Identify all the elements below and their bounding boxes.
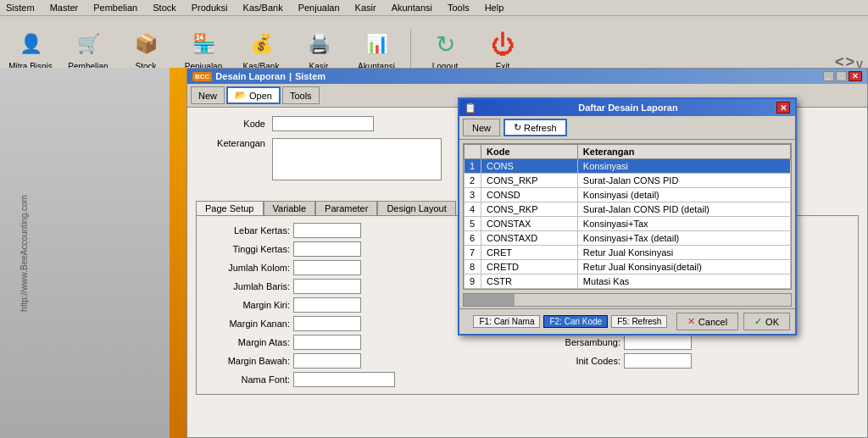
row-kode: CONSTAX (481, 217, 578, 231)
row-kode: CONS_RKP (481, 202, 578, 217)
row-keterangan: Konsinyasi (577, 159, 790, 174)
f1-key[interactable]: F1: Cari Nama (473, 315, 540, 328)
refresh-icon: ↻ (514, 122, 521, 133)
row-keterangan: Retur Jual Konsinyasi(detail) (577, 260, 790, 274)
dialog-new-button[interactable]: New (463, 119, 500, 136)
data-table: Kode Keterangan 1 CONS Konsinyasi 2 CONS… (464, 144, 791, 289)
row-num: 3 (465, 188, 481, 202)
footer-buttons: ✕ Cancel ✓ OK (676, 313, 790, 330)
table-row[interactable]: 7 CRET Retur Jual Konsinyasi (465, 246, 791, 260)
table-row[interactable]: 4 CONS_RKP Surat-Jalan CONS PID (detail) (465, 202, 791, 217)
dialog-toolbar: New ↻ Refresh (459, 116, 795, 140)
row-kode: CSTR (481, 274, 578, 289)
col-kode: Kode (481, 145, 578, 159)
row-num: 7 (465, 246, 481, 260)
dialog-status: F1: Cari Nama F2: Cari Kode F5: Refresh (465, 315, 676, 328)
table-row[interactable]: 9 CSTR Mutasi Kas (465, 274, 791, 289)
f2-key[interactable]: F2: Cari Kode (543, 315, 608, 328)
table-row[interactable]: 1 CONS Konsinyasi (465, 159, 791, 174)
dialog-close-button[interactable]: ✕ (776, 102, 790, 114)
cancel-button[interactable]: ✕ Cancel (676, 313, 738, 330)
scroll-area (459, 293, 795, 308)
row-num: 2 (465, 174, 481, 188)
row-num: 6 (465, 231, 481, 246)
row-num: 9 (465, 274, 481, 289)
table-wrapper: Kode Keterangan 1 CONS Konsinyasi 2 CONS… (463, 143, 792, 290)
row-kode: CONS_RKP (481, 174, 578, 188)
horizontal-scrollbar[interactable] (463, 293, 792, 307)
row-keterangan: Mutasi Kas (577, 274, 790, 289)
dialog-titlebar: 📋 Daftar Desain Laporan ✕ (459, 99, 795, 116)
table-row[interactable]: 5 CONSTAX Konsinyasi+Tax (465, 217, 791, 231)
dialog-title: Daftar Desain Laporan (578, 103, 677, 113)
row-keterangan: Surat-Jalan CONS PID (577, 174, 790, 188)
table-row[interactable]: 2 CONS_RKP Surat-Jalan CONS PID (465, 174, 791, 188)
row-keterangan: Konsinyasi (detail) (577, 188, 790, 202)
row-keterangan: Retur Jual Konsinyasi (577, 246, 790, 260)
scroll-thumb[interactable] (464, 294, 515, 306)
dialog-footer: F1: Cari Nama F2: Cari Kode F5: Refresh … (459, 308, 795, 334)
col-keterangan: Keterangan (577, 145, 790, 159)
row-num: 1 (465, 159, 481, 174)
row-kode: CRETD (481, 260, 578, 274)
cancel-icon: ✕ (687, 316, 695, 327)
row-num: 4 (465, 202, 481, 217)
ok-icon: ✓ (754, 316, 762, 327)
table-row[interactable]: 6 CONSTAXD Konsinyasi+Tax (detail) (465, 231, 791, 246)
ok-button[interactable]: ✓ OK (743, 313, 790, 330)
table-row[interactable]: 8 CRETD Retur Jual Konsinyasi(detail) (465, 260, 791, 274)
row-num: 8 (465, 260, 481, 274)
table-row[interactable]: 3 CONSD Konsinyasi (detail) (465, 188, 791, 202)
row-keterangan: Konsinyasi+Tax (detail) (577, 231, 790, 246)
row-kode: CONSD (481, 188, 578, 202)
dialog-refresh-button[interactable]: ↻ Refresh (504, 119, 567, 136)
row-kode: CONSTAXD (481, 231, 578, 246)
dialog-overlay: 📋 Daftar Desain Laporan ✕ New ↻ Refresh … (0, 0, 868, 438)
row-num: 5 (465, 217, 481, 231)
col-num (465, 145, 481, 159)
row-keterangan: Surat-Jalan CONS PID (detail) (577, 202, 790, 217)
row-kode: CRET (481, 246, 578, 260)
row-kode: CONS (481, 159, 578, 174)
f5-key[interactable]: F5: Refresh (611, 315, 667, 328)
row-keterangan: Konsinyasi+Tax (577, 217, 790, 231)
dialog-icon: 📋 (465, 103, 476, 114)
daftar-desain-laporan-dialog: 📋 Daftar Desain Laporan ✕ New ↻ Refresh … (458, 97, 797, 335)
